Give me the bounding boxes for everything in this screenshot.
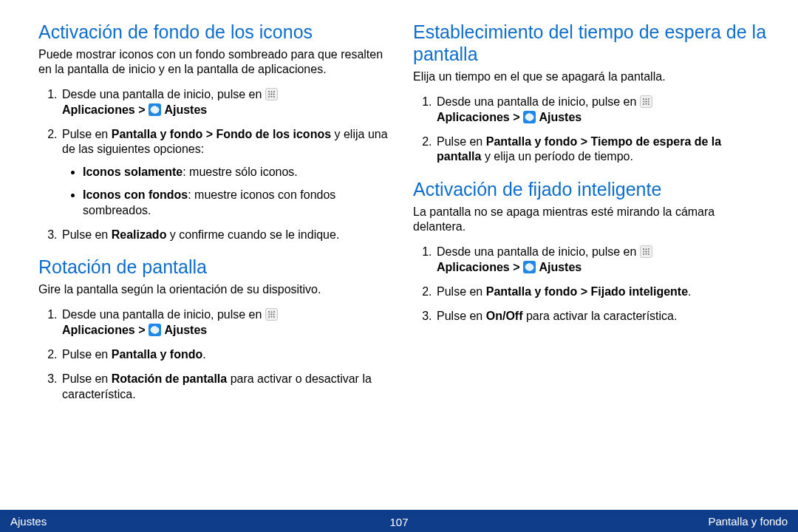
settings-label: Ajustes (539, 111, 582, 123)
settings-label: Ajustes (164, 103, 207, 116)
step-text: Pulse en (62, 348, 112, 361)
tail: : muestre sólo iconos. (183, 166, 298, 178)
heading-smart-stay: Activación de fijado inteligente (413, 178, 767, 200)
step-text: Pulse en (62, 228, 112, 241)
settings-icon (523, 261, 536, 273)
tail: . (688, 285, 691, 298)
step-3: Pulse en On/Off para activar la caracter… (435, 309, 767, 324)
apps-icon (640, 95, 652, 108)
steps-smart-stay: Desde una pantalla de inicio, pulse en A… (413, 245, 767, 324)
settings-label: Ajustes (539, 261, 582, 273)
bold: Iconos solamente (83, 166, 183, 178)
page-number: 107 (389, 516, 408, 528)
tail: para activar la característica. (522, 310, 677, 322)
step-text: Desde una pantalla de inicio, pulse en (62, 308, 265, 321)
bold: Iconos con fondos (83, 188, 188, 201)
content-area: Activación de fondo de los iconos Puede … (0, 0, 798, 510)
step-text: Pulse en (437, 135, 486, 148)
step-text: Pulse en (62, 128, 112, 140)
heading-icon-background: Activación de fondo de los iconos (38, 21, 392, 43)
settings-icon (149, 103, 161, 116)
step-text: Desde una pantalla de inicio, pulse en (437, 245, 640, 258)
heading-rotation: Rotación de pantalla (38, 256, 392, 278)
bold: Pantalla y fondo (112, 348, 203, 361)
step-text: Pulse en (437, 310, 486, 322)
tail: . (202, 348, 205, 361)
bold: Pantalla y fondo > Fijado inteligente (486, 285, 688, 298)
left-column: Activación de fondo de los iconos Puede … (38, 21, 392, 501)
steps-icon-background: Desde una pantalla de inicio, pulse en A… (38, 87, 392, 242)
steps-rotation: Desde una pantalla de inicio, pulse en A… (38, 307, 392, 402)
step-text: Pulse en (437, 285, 486, 298)
footer-left: Ajustes (10, 515, 47, 528)
step-1: Desde una pantalla de inicio, pulse en A… (61, 87, 392, 118)
bold: On/Off (486, 310, 523, 322)
tail: y confirme cuando se le indique. (166, 228, 339, 241)
heading-timeout: Establecimiento del tiempo de espera de … (413, 21, 767, 65)
step-2: Pulse en Pantalla y fondo > Tiempo de es… (435, 134, 767, 166)
intro-timeout: Elija un tiempo en el que se apagará la … (413, 69, 767, 84)
step-1: Desde una pantalla de inicio, pulse en A… (61, 307, 392, 338)
option-icons-only: Iconos solamente: muestre sólo iconos. (83, 165, 392, 180)
step-text: Pulse en (62, 372, 112, 385)
step-2: Pulse en Pantalla y fondo > Fijado intel… (435, 284, 767, 300)
bold: Realizado (112, 228, 167, 241)
tail: y elija un período de tiempo. (481, 150, 632, 163)
steps-timeout: Desde una pantalla de inicio, pulse en A… (413, 95, 767, 165)
settings-icon (523, 111, 536, 123)
page-footer: Ajustes 107 Pantalla y fondo (0, 510, 798, 532)
apps-icon (265, 308, 278, 321)
footer-right: Pantalla y fondo (708, 515, 788, 528)
step-1: Desde una pantalla de inicio, pulse en A… (435, 95, 767, 126)
bold-path: Pantalla y fondo > Fondo de los iconos (112, 128, 331, 140)
apps-label: Aplicaciones > (437, 261, 523, 273)
option-icons-backgrounds: Iconos con fondos: muestre iconos con fo… (83, 188, 392, 219)
options-list: Iconos solamente: muestre sólo iconos. I… (62, 165, 392, 218)
apps-label: Aplicaciones > (62, 324, 149, 336)
step-3: Pulse en Rotación de pantalla para activ… (61, 372, 392, 403)
intro-smart-stay: La pantalla no se apaga mientras esté mi… (413, 205, 767, 234)
step-text: Desde una pantalla de inicio, pulse en (437, 95, 640, 108)
apps-label: Aplicaciones > (437, 111, 523, 123)
step-3: Pulse en Realizado y confirme cuando se … (61, 228, 392, 243)
step-text: Desde una pantalla de inicio, pulse en (62, 88, 265, 100)
bold: Rotación de pantalla (112, 372, 227, 385)
settings-label: Ajustes (164, 324, 207, 336)
right-column: Establecimiento del tiempo de espera de … (413, 21, 767, 501)
step-2: Pulse en Pantalla y fondo > Fondo de los… (61, 127, 392, 219)
settings-icon (149, 324, 161, 336)
apps-label: Aplicaciones > (62, 103, 149, 116)
apps-icon (265, 88, 278, 100)
apps-icon (640, 245, 652, 258)
intro-icon-background: Puede mostrar iconos con un fondo sombre… (38, 47, 392, 77)
step-1: Desde una pantalla de inicio, pulse en A… (435, 245, 767, 276)
step-2: Pulse en Pantalla y fondo. (61, 347, 392, 363)
intro-rotation: Gire la pantalla según la orientación de… (38, 282, 392, 297)
